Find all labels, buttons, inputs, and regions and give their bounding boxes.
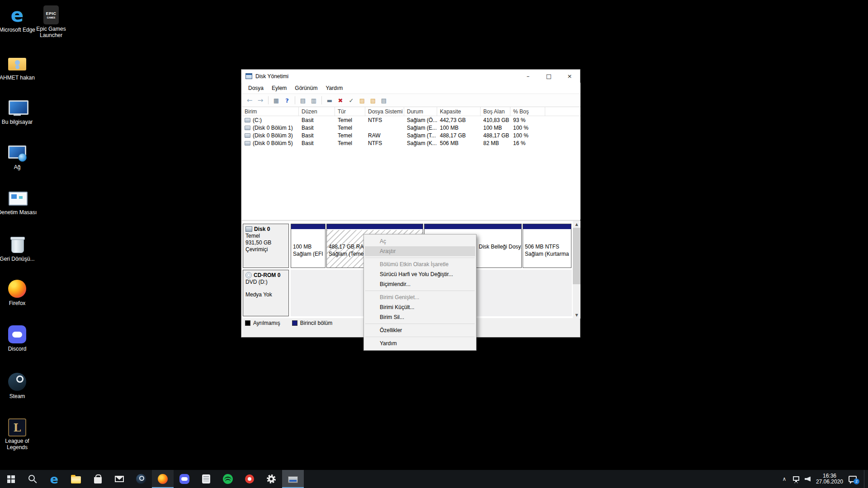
menu-item-2[interactable]: Görünüm <box>291 84 321 93</box>
columns-icon[interactable]: ▤ <box>379 95 389 105</box>
taskbar-clock[interactable]: 16:36 27.06.2020 <box>816 473 843 485</box>
scroll-up-icon[interactable]: ▲ <box>573 221 580 228</box>
cdrom-label[interactable]: CD-ROM 0 DVD (D:) Medya Yok <box>243 270 289 316</box>
store-icon[interactable] <box>87 470 108 488</box>
context-menu-item-4[interactable]: Sürücü Harfi ve Yolu Değiştir... <box>365 269 475 279</box>
scroll-down-icon[interactable]: ▼ <box>573 312 580 319</box>
volume-cell: 16 % <box>510 140 545 146</box>
action-center-icon[interactable]: 2 <box>849 476 857 482</box>
show-desktop-button[interactable] <box>864 470 867 488</box>
desktop-icon-control[interactable]: Denetim Masası <box>0 188 37 216</box>
graph-view-icon[interactable]: ▥ <box>309 95 319 105</box>
partition-4[interactable]: 506 MB NTFSSağlam (Kurtarma <box>523 224 571 268</box>
column-header-7[interactable]: % Boş <box>510 107 545 116</box>
vertical-scrollbar[interactable]: ▲ ▼ <box>573 221 580 319</box>
list-view-icon[interactable]: ▤ <box>298 95 308 105</box>
search-button-glyph <box>28 475 35 481</box>
search-button[interactable] <box>22 470 43 488</box>
library-app-icon[interactable] <box>195 470 217 488</box>
steam-icon <box>7 372 27 392</box>
volume-row-0[interactable]: (C:)BasitTemelNTFSSağlam (Ö...442,73 GB4… <box>242 116 580 124</box>
volume-tray-icon[interactable] <box>805 477 811 482</box>
desktop-icon-label: Steam <box>9 393 25 399</box>
volume-row-1[interactable]: (Disk 0 Bölüm 1)BasitTemelSağlam (E...10… <box>242 124 580 131</box>
volume-cell: 488,17 GB <box>481 132 510 139</box>
steam-icon[interactable] <box>130 470 152 488</box>
close-button[interactable]: × <box>559 70 580 83</box>
disk-management-icon[interactable] <box>282 470 304 488</box>
network-tray-icon[interactable] <box>793 476 799 481</box>
context-menu-item-8[interactable]: Birimi Küçült... <box>365 302 475 312</box>
disk0-status: Çevrimiçi <box>245 246 286 253</box>
menu-item-0[interactable]: Dosya <box>244 84 268 93</box>
desktop-icon-steam[interactable]: Steam <box>0 372 37 399</box>
desktop-icon-computer[interactable]: Bu bilgisayar <box>0 98 37 125</box>
disk0-label[interactable]: Disk 0 Temel 931,50 GB Çevrimiçi <box>243 224 289 268</box>
volume-cell: 82 MB <box>481 140 510 146</box>
edge-icon[interactable]: e <box>43 470 65 488</box>
column-header-0[interactable]: Birim <box>242 107 299 116</box>
tray-expand-icon[interactable]: ∧ <box>781 476 788 482</box>
console-window-icon[interactable]: ▦ <box>271 95 281 105</box>
desktop-icon-user[interactable]: AHMET hakan <box>0 53 37 81</box>
volume-icon <box>245 118 250 122</box>
record-icon[interactable] <box>239 470 260 488</box>
mark-active-icon[interactable]: ✓ <box>346 95 356 105</box>
spotify-icon[interactable] <box>217 470 239 488</box>
start-button[interactable] <box>0 470 22 488</box>
scroll-thumb[interactable] <box>573 228 580 284</box>
context-menu-item-9[interactable]: Birim Sil... <box>365 312 475 322</box>
minimize-button[interactable]: – <box>518 70 538 83</box>
steam-icon-glyph <box>136 474 146 484</box>
desktop-icon-firefox[interactable]: Firefox <box>0 279 37 306</box>
delete-volume-icon[interactable]: ✖ <box>335 95 345 105</box>
column-header-1[interactable]: Düzen <box>299 107 335 116</box>
desktop-icon-label: League of Legends <box>0 438 37 451</box>
mail-icon[interactable] <box>108 470 130 488</box>
context-menu-item-5[interactable]: Biçimlendir... <box>365 279 475 289</box>
menu-item-3[interactable]: Yardım <box>321 84 347 93</box>
column-header-2[interactable]: Tür <box>335 107 365 116</box>
forward-icon[interactable]: → <box>255 95 265 105</box>
desktop-icon-discord[interactable]: Discord <box>0 324 37 352</box>
partition-color-bar <box>425 224 521 230</box>
partition-status-label: Sağlam (Kurtarma <box>523 250 571 258</box>
volume-row-2[interactable]: (Disk 0 Bölüm 3)BasitTemelRAWSağlam (T..… <box>242 131 580 139</box>
discord-icon[interactable] <box>174 470 195 488</box>
partition-icon[interactable]: ▬ <box>325 95 335 105</box>
disk-management-app-icon <box>245 73 252 79</box>
volume-cell: Sağlam (T... <box>404 132 437 139</box>
column-header-3[interactable]: Dosya Sistemi <box>365 107 404 116</box>
column-header-6[interactable]: Boş Alan <box>481 107 510 116</box>
menu-item-1[interactable]: Eylem <box>268 84 291 93</box>
desktop-icon-recycle[interactable]: Geri Dönüşü... <box>0 235 37 262</box>
volume-cell: NTFS <box>365 117 404 123</box>
column-header-filler <box>545 107 580 116</box>
menu-separator <box>365 324 475 324</box>
explore-folder-icon[interactable]: ▧ <box>368 95 378 105</box>
partition-1[interactable]: 100 MBSağlam (EFI <box>291 224 326 268</box>
volume-row-3[interactable]: (Disk 0 Bölüm 5)BasitTemelNTFSSağlam (K.… <box>242 139 580 147</box>
file-explorer-icon[interactable] <box>65 470 87 488</box>
column-header-5[interactable]: Kapasite <box>437 107 481 116</box>
maximize-button[interactable]: □ <box>538 70 559 83</box>
menubar: DosyaEylemGörünümYardım <box>242 83 580 94</box>
settings-icon[interactable] <box>260 470 282 488</box>
volume-icon <box>245 141 250 145</box>
context-menu-item-11[interactable]: Özellikler <box>365 325 475 335</box>
computer-icon <box>7 98 27 117</box>
desktop-icon-lol[interactable]: LLeague of Legends <box>0 418 37 451</box>
volume-cell: NTFS <box>365 140 404 146</box>
column-header-4[interactable]: Durum <box>404 107 437 116</box>
volume-cell: 100 % <box>510 125 545 131</box>
desktop-icon-epic[interactable]: EPICGAMESEpic Games Launcher <box>31 5 71 39</box>
help-icon[interactable]: ? <box>282 95 292 105</box>
desktop-icon-network[interactable]: Ağ <box>0 143 37 170</box>
recycle-icon <box>7 235 27 254</box>
titlebar[interactable]: Disk Yönetimi – □ × <box>241 70 580 83</box>
volume-cell: 100 MB <box>437 125 481 131</box>
back-icon[interactable]: ← <box>245 95 255 105</box>
firefox-icon[interactable] <box>152 470 174 488</box>
context-menu-item-13[interactable]: Yardım <box>365 338 475 348</box>
open-folder-icon[interactable]: ▨ <box>357 95 367 105</box>
